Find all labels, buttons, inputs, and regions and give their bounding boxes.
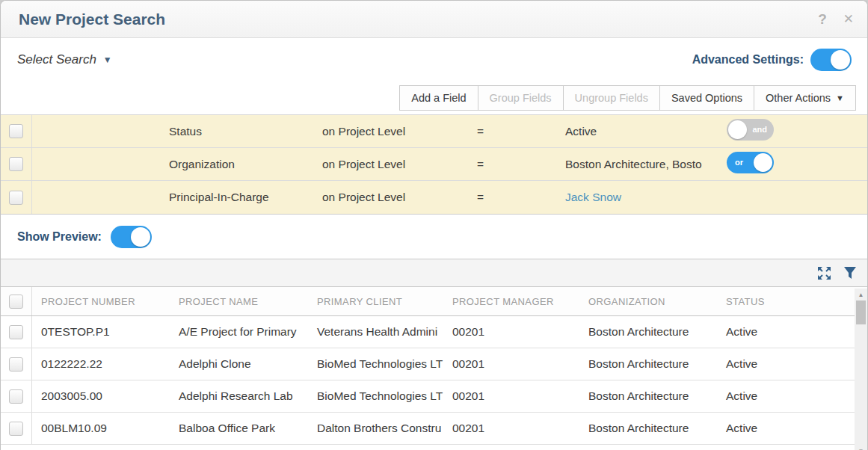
scroll-up-icon[interactable]: ▲: [858, 289, 864, 300]
cell-status: Active: [717, 357, 856, 371]
chevron-down-icon: ▼: [103, 55, 112, 65]
cell-status: Active: [717, 325, 856, 339]
toggle-knob: [831, 50, 850, 70]
cell-project-number: 2003005.00: [32, 389, 170, 403]
filter-field-name[interactable]: Principal-In-Charge: [32, 191, 322, 204]
column-header-project-number[interactable]: PROJECT NUMBER: [32, 296, 170, 307]
and-or-toggle[interactable]: and: [727, 119, 774, 141]
cell-project-number: 0TESTOP.P1: [32, 325, 170, 339]
close-icon[interactable]: ✕: [843, 13, 854, 25]
filter-operator[interactable]: =: [477, 191, 565, 204]
grid-header-row: PROJECT NUMBER PROJECT NAME PRIMARY CLIE…: [1, 287, 867, 316]
filter-row-checkbox[interactable]: [9, 191, 23, 205]
filter-value-link[interactable]: Jack Snow: [565, 191, 722, 204]
filter-grid-icon[interactable]: [843, 265, 858, 280]
column-header-primary-client[interactable]: PRIMARY CLIENT: [308, 296, 443, 307]
filter-field-name[interactable]: Organization: [32, 158, 322, 171]
cell-project-number: 0122222.22: [32, 357, 170, 371]
show-preview-row: Show Preview:: [1, 215, 867, 259]
saved-options-button[interactable]: Saved Options: [660, 86, 754, 110]
column-header-status[interactable]: STATUS: [717, 296, 856, 307]
cell-primary-client: BioMed Technologies LT: [308, 389, 443, 403]
ungroup-fields-button: Ungroup Fields: [564, 86, 660, 110]
row-checkbox[interactable]: [9, 389, 23, 404]
cell-organization: Boston Architecture: [579, 325, 717, 339]
column-header-project-name[interactable]: PROJECT NAME: [170, 296, 308, 307]
chevron-down-icon: ▼: [836, 93, 844, 102]
connector-label: or: [735, 152, 743, 173]
cell-project-name: A/E Project for Primary: [170, 325, 308, 339]
vertical-scrollbar[interactable]: ▲ ▼: [855, 289, 867, 450]
filter-row-principal-in-charge: Principal-In-Charge on Project Level = J…: [1, 181, 867, 214]
filter-operator[interactable]: =: [477, 158, 565, 171]
table-row[interactable]: 0TESTOP.P1 A/E Project for Primary Veter…: [1, 316, 867, 348]
cell-organization: Boston Architecture: [579, 357, 717, 371]
cell-project-name: Balboa Office Park: [170, 422, 308, 435]
show-preview-toggle[interactable]: [111, 226, 152, 248]
and-or-toggle[interactable]: or: [727, 152, 774, 173]
filter-operator[interactable]: =: [477, 125, 565, 138]
filter-field-name[interactable]: Status: [32, 125, 322, 138]
cell-project-name: Adelphi Research Lab: [170, 389, 308, 403]
scrollbar-thumb[interactable]: [856, 300, 866, 324]
select-search-dropdown[interactable]: Select Search ▼: [17, 52, 112, 67]
filter-field-level: on Project Level: [322, 191, 477, 204]
filter-criteria-section: Status on Project Level = Active and Org…: [1, 114, 867, 215]
column-header-organization[interactable]: ORGANIZATION: [579, 296, 717, 307]
grid-toolbar: [1, 259, 867, 287]
advanced-settings-label: Advanced Settings:: [692, 53, 804, 67]
cell-organization: Boston Architecture: [579, 389, 717, 403]
filter-value[interactable]: Boston Architecture, Bosto: [565, 158, 722, 171]
table-row[interactable]: 2003005.00 Adelphi Research Lab BioMed T…: [1, 380, 867, 413]
filter-row-status: Status on Project Level = Active and: [1, 115, 867, 148]
scroll-down-icon[interactable]: ▼: [858, 446, 864, 450]
cell-status: Active: [717, 422, 856, 435]
select-search-label: Select Search: [17, 52, 96, 67]
select-all-checkbox[interactable]: [9, 295, 23, 309]
group-fields-button: Group Fields: [478, 86, 564, 110]
table-row[interactable]: 00BLM10.09 Balboa Office Park Dalton Bro…: [1, 413, 867, 445]
show-preview-label: Show Preview:: [17, 230, 102, 244]
dialog-title: New Project Search: [19, 10, 801, 28]
cell-project-manager: 00201: [443, 357, 579, 371]
toggle-knob: [728, 120, 747, 139]
cell-project-name: Adelphi Clone: [170, 357, 308, 371]
row-checkbox[interactable]: [9, 325, 23, 339]
toggle-knob: [131, 227, 150, 247]
expand-grid-icon[interactable]: [816, 265, 831, 280]
filter-row-checkbox[interactable]: [9, 124, 23, 138]
cell-organization: Boston Architecture: [579, 422, 717, 435]
toggle-knob: [754, 153, 772, 172]
filter-row-checkbox[interactable]: [9, 157, 23, 171]
filter-field-level: on Project Level: [322, 125, 477, 138]
cell-project-number: 00BLM10.09: [32, 422, 170, 435]
row-checkbox[interactable]: [9, 422, 23, 436]
cell-project-manager: 00201: [443, 422, 579, 435]
partial-table-row: [1, 445, 867, 450]
field-actions-toolbar: Add a Field Group Fields Ungroup Fields …: [1, 81, 867, 114]
column-header-project-manager[interactable]: PROJECT MANAGER: [443, 296, 579, 307]
connector-label: and: [752, 119, 767, 141]
advanced-settings-toggle[interactable]: [810, 49, 852, 71]
filter-row-organization: Organization on Project Level = Boston A…: [1, 148, 867, 181]
help-icon[interactable]: ?: [818, 12, 827, 26]
cell-project-manager: 00201: [443, 389, 579, 403]
preview-grid: PROJECT NUMBER PROJECT NAME PRIMARY CLIE…: [1, 259, 867, 450]
cell-primary-client: Veterans Health Admini: [308, 325, 443, 339]
other-actions-button[interactable]: Other Actions ▼: [754, 86, 855, 110]
row-checkbox[interactable]: [9, 357, 23, 372]
title-bar: New Project Search ? ✕: [1, 1, 867, 38]
search-selector-row: Select Search ▼ Advanced Settings:: [1, 38, 867, 81]
table-row[interactable]: 0122222.22 Adelphi Clone BioMed Technolo…: [1, 348, 867, 380]
filter-value[interactable]: Active: [565, 125, 722, 138]
cell-project-manager: 00201: [443, 325, 579, 339]
cell-primary-client: BioMed Technologies LT: [308, 357, 443, 371]
cell-primary-client: Dalton Brothers Constru: [308, 422, 443, 435]
new-project-search-dialog: New Project Search ? ✕ Select Search ▼ A…: [0, 0, 868, 450]
add-a-field-button[interactable]: Add a Field: [400, 86, 478, 110]
cell-status: Active: [717, 389, 856, 403]
filter-field-level: on Project Level: [322, 158, 477, 171]
